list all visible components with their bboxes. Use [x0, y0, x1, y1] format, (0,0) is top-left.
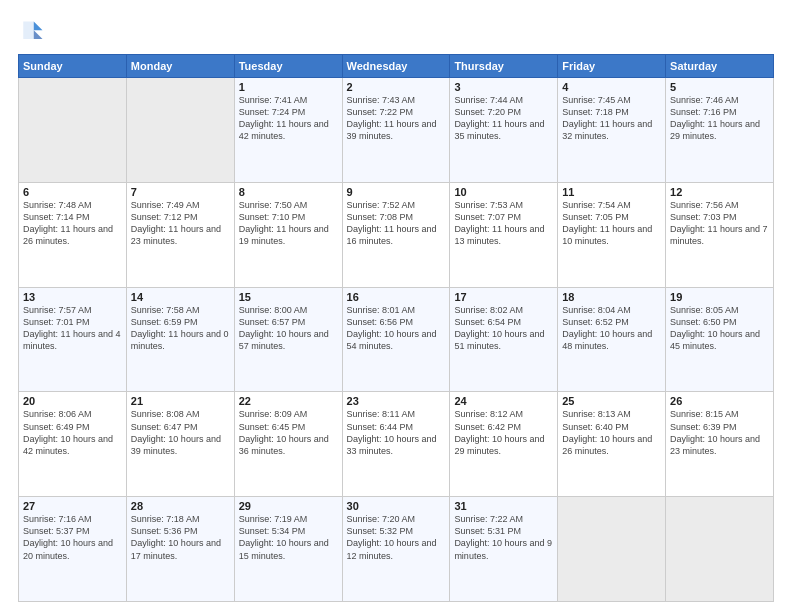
day-info: Sunrise: 7:56 AM Sunset: 7:03 PM Dayligh…	[670, 199, 769, 248]
page: SundayMondayTuesdayWednesdayThursdayFrid…	[0, 0, 792, 612]
day-info: Sunrise: 8:08 AM Sunset: 6:47 PM Dayligh…	[131, 408, 230, 457]
calendar-cell-1-3: 1Sunrise: 7:41 AM Sunset: 7:24 PM Daylig…	[234, 78, 342, 183]
day-info: Sunrise: 7:54 AM Sunset: 7:05 PM Dayligh…	[562, 199, 661, 248]
calendar-cell-1-1	[19, 78, 127, 183]
calendar-header-saturday: Saturday	[666, 55, 774, 78]
day-number: 7	[131, 186, 230, 198]
calendar-cell-5-6	[558, 497, 666, 602]
calendar-cell-2-3: 8Sunrise: 7:50 AM Sunset: 7:10 PM Daylig…	[234, 182, 342, 287]
day-info: Sunrise: 7:20 AM Sunset: 5:32 PM Dayligh…	[347, 513, 446, 562]
calendar-cell-5-3: 29Sunrise: 7:19 AM Sunset: 5:34 PM Dayli…	[234, 497, 342, 602]
day-info: Sunrise: 7:16 AM Sunset: 5:37 PM Dayligh…	[23, 513, 122, 562]
day-number: 9	[347, 186, 446, 198]
day-number: 5	[670, 81, 769, 93]
calendar-cell-5-1: 27Sunrise: 7:16 AM Sunset: 5:37 PM Dayli…	[19, 497, 127, 602]
day-number: 8	[239, 186, 338, 198]
day-number: 16	[347, 291, 446, 303]
calendar-week-1: 1Sunrise: 7:41 AM Sunset: 7:24 PM Daylig…	[19, 78, 774, 183]
calendar-header-wednesday: Wednesday	[342, 55, 450, 78]
day-info: Sunrise: 7:18 AM Sunset: 5:36 PM Dayligh…	[131, 513, 230, 562]
day-number: 30	[347, 500, 446, 512]
day-number: 18	[562, 291, 661, 303]
day-info: Sunrise: 8:09 AM Sunset: 6:45 PM Dayligh…	[239, 408, 338, 457]
calendar-cell-2-2: 7Sunrise: 7:49 AM Sunset: 7:12 PM Daylig…	[126, 182, 234, 287]
calendar-cell-3-7: 19Sunrise: 8:05 AM Sunset: 6:50 PM Dayli…	[666, 287, 774, 392]
day-info: Sunrise: 7:48 AM Sunset: 7:14 PM Dayligh…	[23, 199, 122, 248]
calendar-cell-4-5: 24Sunrise: 8:12 AM Sunset: 6:42 PM Dayli…	[450, 392, 558, 497]
calendar-cell-1-4: 2Sunrise: 7:43 AM Sunset: 7:22 PM Daylig…	[342, 78, 450, 183]
calendar-cell-3-4: 16Sunrise: 8:01 AM Sunset: 6:56 PM Dayli…	[342, 287, 450, 392]
day-number: 6	[23, 186, 122, 198]
calendar-cell-3-5: 17Sunrise: 8:02 AM Sunset: 6:54 PM Dayli…	[450, 287, 558, 392]
calendar-cell-1-5: 3Sunrise: 7:44 AM Sunset: 7:20 PM Daylig…	[450, 78, 558, 183]
day-number: 19	[670, 291, 769, 303]
calendar-cell-3-1: 13Sunrise: 7:57 AM Sunset: 7:01 PM Dayli…	[19, 287, 127, 392]
calendar-cell-5-5: 31Sunrise: 7:22 AM Sunset: 5:31 PM Dayli…	[450, 497, 558, 602]
header	[18, 18, 774, 46]
day-number: 11	[562, 186, 661, 198]
day-number: 20	[23, 395, 122, 407]
calendar-cell-5-4: 30Sunrise: 7:20 AM Sunset: 5:32 PM Dayli…	[342, 497, 450, 602]
day-info: Sunrise: 7:44 AM Sunset: 7:20 PM Dayligh…	[454, 94, 553, 143]
day-info: Sunrise: 8:05 AM Sunset: 6:50 PM Dayligh…	[670, 304, 769, 353]
calendar-cell-2-6: 11Sunrise: 7:54 AM Sunset: 7:05 PM Dayli…	[558, 182, 666, 287]
calendar-cell-1-2	[126, 78, 234, 183]
day-number: 29	[239, 500, 338, 512]
calendar-cell-5-7	[666, 497, 774, 602]
calendar-header-friday: Friday	[558, 55, 666, 78]
calendar-header-row: SundayMondayTuesdayWednesdayThursdayFrid…	[19, 55, 774, 78]
day-number: 13	[23, 291, 122, 303]
calendar-cell-2-4: 9Sunrise: 7:52 AM Sunset: 7:08 PM Daylig…	[342, 182, 450, 287]
day-number: 2	[347, 81, 446, 93]
day-number: 10	[454, 186, 553, 198]
logo-icon	[18, 18, 46, 46]
calendar-cell-5-2: 28Sunrise: 7:18 AM Sunset: 5:36 PM Dayli…	[126, 497, 234, 602]
calendar-cell-4-1: 20Sunrise: 8:06 AM Sunset: 6:49 PM Dayli…	[19, 392, 127, 497]
day-info: Sunrise: 7:41 AM Sunset: 7:24 PM Dayligh…	[239, 94, 338, 143]
calendar-header-sunday: Sunday	[19, 55, 127, 78]
calendar-week-4: 20Sunrise: 8:06 AM Sunset: 6:49 PM Dayli…	[19, 392, 774, 497]
svg-marker-0	[34, 22, 43, 31]
calendar-cell-3-3: 15Sunrise: 8:00 AM Sunset: 6:57 PM Dayli…	[234, 287, 342, 392]
day-number: 23	[347, 395, 446, 407]
day-info: Sunrise: 7:46 AM Sunset: 7:16 PM Dayligh…	[670, 94, 769, 143]
calendar-week-5: 27Sunrise: 7:16 AM Sunset: 5:37 PM Dayli…	[19, 497, 774, 602]
calendar-week-3: 13Sunrise: 7:57 AM Sunset: 7:01 PM Dayli…	[19, 287, 774, 392]
day-info: Sunrise: 7:53 AM Sunset: 7:07 PM Dayligh…	[454, 199, 553, 248]
day-info: Sunrise: 8:15 AM Sunset: 6:39 PM Dayligh…	[670, 408, 769, 457]
day-number: 22	[239, 395, 338, 407]
day-number: 25	[562, 395, 661, 407]
calendar-cell-4-4: 23Sunrise: 8:11 AM Sunset: 6:44 PM Dayli…	[342, 392, 450, 497]
day-number: 24	[454, 395, 553, 407]
day-number: 1	[239, 81, 338, 93]
day-number: 12	[670, 186, 769, 198]
day-number: 3	[454, 81, 553, 93]
calendar-cell-3-2: 14Sunrise: 7:58 AM Sunset: 6:59 PM Dayli…	[126, 287, 234, 392]
calendar-header-thursday: Thursday	[450, 55, 558, 78]
day-number: 4	[562, 81, 661, 93]
calendar-week-2: 6Sunrise: 7:48 AM Sunset: 7:14 PM Daylig…	[19, 182, 774, 287]
day-info: Sunrise: 7:50 AM Sunset: 7:10 PM Dayligh…	[239, 199, 338, 248]
logo	[18, 18, 50, 46]
day-number: 31	[454, 500, 553, 512]
day-info: Sunrise: 7:45 AM Sunset: 7:18 PM Dayligh…	[562, 94, 661, 143]
svg-marker-1	[34, 30, 43, 39]
day-number: 17	[454, 291, 553, 303]
calendar-cell-1-7: 5Sunrise: 7:46 AM Sunset: 7:16 PM Daylig…	[666, 78, 774, 183]
day-number: 21	[131, 395, 230, 407]
day-number: 27	[23, 500, 122, 512]
day-info: Sunrise: 7:57 AM Sunset: 7:01 PM Dayligh…	[23, 304, 122, 353]
calendar-cell-2-7: 12Sunrise: 7:56 AM Sunset: 7:03 PM Dayli…	[666, 182, 774, 287]
calendar-header-monday: Monday	[126, 55, 234, 78]
calendar-cell-3-6: 18Sunrise: 8:04 AM Sunset: 6:52 PM Dayli…	[558, 287, 666, 392]
day-number: 15	[239, 291, 338, 303]
calendar-cell-2-1: 6Sunrise: 7:48 AM Sunset: 7:14 PM Daylig…	[19, 182, 127, 287]
svg-rect-2	[23, 22, 34, 40]
day-info: Sunrise: 8:06 AM Sunset: 6:49 PM Dayligh…	[23, 408, 122, 457]
calendar-cell-1-6: 4Sunrise: 7:45 AM Sunset: 7:18 PM Daylig…	[558, 78, 666, 183]
calendar-header-tuesday: Tuesday	[234, 55, 342, 78]
day-info: Sunrise: 8:01 AM Sunset: 6:56 PM Dayligh…	[347, 304, 446, 353]
day-info: Sunrise: 7:58 AM Sunset: 6:59 PM Dayligh…	[131, 304, 230, 353]
day-number: 14	[131, 291, 230, 303]
day-number: 26	[670, 395, 769, 407]
